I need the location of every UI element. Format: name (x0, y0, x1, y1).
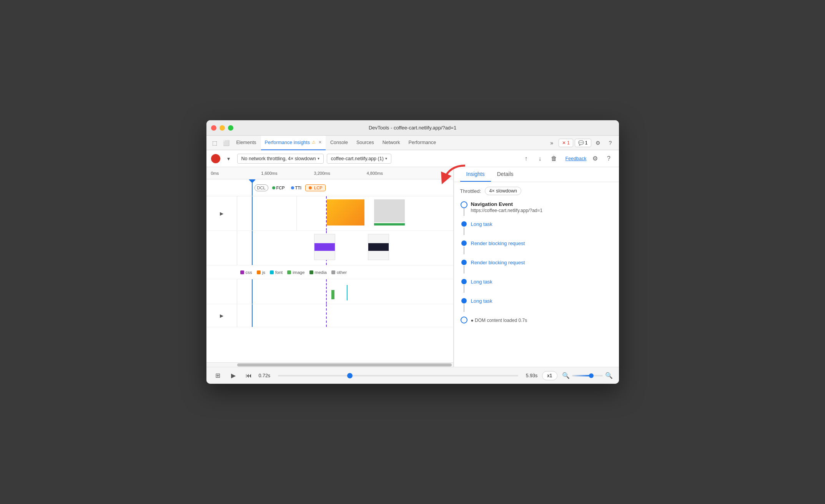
message-icon: 💬 (578, 140, 584, 146)
panel-content: Throttled: 4× slowdown Navigation Event … (454, 182, 619, 367)
record-dropdown-icon[interactable]: ▾ (223, 153, 234, 164)
tti-dot (291, 186, 294, 189)
row-expand-2: ▶ (206, 304, 237, 327)
timeline-entry-render-blocking-1: Render blocking request (460, 240, 613, 254)
tab-elements[interactable]: Elements (233, 136, 260, 150)
zoom-slider[interactable] (572, 375, 603, 376)
waterfall-row-2: ▶ (206, 304, 453, 327)
nav-event-title: Navigation Event (471, 201, 613, 207)
row-expand-1: ▶ (206, 196, 237, 230)
filmstrip-row: DCL FCP TTI LCP (206, 179, 453, 196)
scrubber-thumb[interactable] (347, 373, 353, 378)
time-marker-3200: 3,200ms (314, 171, 330, 176)
cursor-icon[interactable]: ⬚ (210, 138, 220, 148)
end-time: 5.93s (526, 373, 538, 378)
gear-icon[interactable]: ⚙ (590, 153, 600, 164)
question-icon[interactable]: ? (604, 153, 614, 164)
tab-close-icon[interactable]: ✕ (318, 140, 322, 145)
download-icon[interactable]: ↓ (535, 153, 546, 164)
timeline-area: 0ms 1,600ms 3,200ms 4,800ms DCL (206, 167, 454, 367)
net-bar-green (331, 290, 334, 299)
messages-badge-button[interactable]: 💬 1 (575, 139, 591, 147)
throttle-row: Throttled: 4× slowdown (460, 187, 613, 195)
thumb-2[interactable] (368, 234, 389, 260)
close-button[interactable] (211, 125, 216, 131)
feedback-link[interactable]: Feedback (566, 156, 587, 161)
tab-insights[interactable]: Insights (460, 167, 491, 182)
tab-sources[interactable]: Sources (353, 136, 378, 150)
main-area: 0ms 1,600ms 3,200ms 4,800ms DCL (206, 167, 619, 367)
nav-event-url: https://coffee-cart.netlify.app/?ad=1 (471, 208, 613, 213)
tab-performance[interactable]: Performance (405, 136, 440, 150)
zoom-out-icon[interactable]: 🔍 (562, 372, 570, 379)
font-color-dot (270, 270, 274, 274)
thumb-1[interactable] (314, 234, 335, 260)
dcl-pill: DCL (254, 184, 268, 191)
current-time-line-4 (252, 304, 253, 327)
dashed-marker-3 (326, 279, 327, 304)
speed-button[interactable]: x1 (542, 371, 557, 380)
play-button[interactable]: ▶ (228, 370, 239, 381)
tab-console[interactable]: Console (326, 136, 352, 150)
delete-icon[interactable]: 🗑 (549, 153, 559, 164)
inspect-icon[interactable]: ⬜ (221, 138, 232, 148)
maximize-button[interactable] (228, 125, 233, 131)
circle-outline-icon (461, 201, 467, 208)
long-task-1-link[interactable]: Long task (471, 221, 492, 227)
render-blocking-2-link[interactable]: Render blocking request (471, 260, 525, 265)
upload-icon[interactable]: ↑ (521, 153, 532, 164)
scrollbar-thumb[interactable] (237, 363, 452, 366)
screenshot-row (206, 231, 453, 265)
tab-performance-insights[interactable]: Performance insights ⚠ ✕ (261, 136, 326, 150)
legend-media: media (309, 270, 327, 275)
throttled-label: Throttled: (460, 188, 481, 194)
window-title: DevTools - coffee-cart.netlify.app/?ad=1 (369, 125, 456, 131)
zoom-in-icon[interactable]: 🔍 (605, 372, 613, 379)
url-dropdown[interactable]: coffee-cart.netlify.app (1) ▾ (327, 154, 391, 164)
tab-right-icons: » ✕ 1 💬 1 ⚙ ? (546, 138, 615, 148)
lcp-pill: LCP (305, 184, 326, 191)
legend-image: image (287, 270, 304, 275)
zoom-thumb[interactable] (589, 373, 594, 378)
horizontal-scrollbar[interactable] (206, 362, 453, 367)
cyan-vertical-line (347, 285, 348, 300)
filled-dot-icon-2 (461, 240, 467, 246)
lcp-dot (309, 186, 312, 189)
errors-badge-button[interactable]: ✕ 1 (559, 139, 573, 147)
screenshot-toggle-icon[interactable]: ⊞ (213, 370, 223, 381)
legend-js: js (257, 270, 265, 275)
timeline-scrubber[interactable] (278, 375, 518, 376)
tab-network[interactable]: Network (379, 136, 404, 150)
dom-content-loaded-label: ● DOM content loaded 0.7s (471, 318, 527, 323)
lcp-block (327, 199, 364, 225)
expand-button-1[interactable]: ▶ (218, 210, 225, 217)
row-content-2 (237, 304, 453, 327)
circle-outline-icon-2 (461, 317, 467, 323)
network-content (237, 279, 453, 304)
minimize-button[interactable] (220, 125, 225, 131)
window-controls[interactable] (211, 125, 233, 131)
waterfall-section: ▶ (206, 196, 453, 362)
tab-details[interactable]: Details (491, 167, 520, 182)
timeline-connector-4 (460, 278, 468, 293)
timeline-connector-6 (460, 317, 468, 323)
long-task-2-link[interactable]: Long task (471, 279, 492, 285)
timeline-connector-nav (460, 201, 468, 216)
record-button[interactable] (211, 154, 220, 163)
long-task-3-link[interactable]: Long task (471, 298, 492, 304)
timeline-connector-1 (460, 220, 468, 235)
expand-button-2[interactable]: ▶ (218, 312, 225, 319)
throttle-value-badge: 4× slowdown (485, 187, 521, 195)
timeline-entry-long-task-3: Long task (460, 297, 613, 312)
throttling-dropdown[interactable]: No network throttling, 4× slowdown ▾ (237, 154, 324, 164)
help-icon[interactable]: ? (605, 138, 616, 148)
render-blocking-1-link[interactable]: Render blocking request (471, 240, 525, 246)
render-blocking-1-content: Render blocking request (471, 240, 613, 247)
skip-to-start-button[interactable]: ⏮ (243, 370, 254, 381)
time-marker-4800: 4,800ms (367, 171, 383, 176)
more-tabs-button[interactable]: » (546, 138, 557, 148)
current-time-line-2 (252, 231, 253, 265)
network-row-label (206, 279, 237, 304)
render-blocking-2-content: Render blocking request (471, 259, 613, 266)
settings-icon[interactable]: ⚙ (593, 138, 604, 148)
